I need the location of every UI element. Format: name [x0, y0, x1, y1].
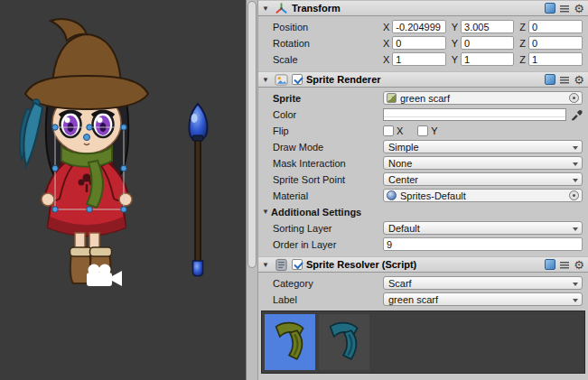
additional-settings-label: Additional Settings: [271, 207, 392, 218]
color-label: Color: [273, 109, 383, 120]
help-icon[interactable]: [545, 74, 555, 85]
material-object-value: Sprites-Default: [400, 190, 466, 201]
rotation-label: Rotation: [273, 38, 383, 49]
object-picker-icon[interactable]: [569, 190, 579, 200]
rotation-z-field[interactable]: [528, 36, 583, 50]
component-enabled-checkbox[interactable]: [292, 259, 303, 270]
preset-icon[interactable]: [559, 3, 570, 14]
sprite-label: Sprite: [273, 93, 383, 104]
script-icon: [275, 258, 288, 272]
transform-title: Transform: [292, 3, 341, 14]
axis-y-label: Y: [452, 38, 458, 49]
foldout-icon[interactable]: ▼: [262, 5, 271, 13]
axis-x-label: X: [383, 54, 389, 65]
flip-x-checkbox[interactable]: [383, 125, 394, 136]
mask-interaction-dropdown[interactable]: None: [383, 156, 583, 170]
sorting-layer-row: Sorting Layer Default: [258, 220, 588, 236]
sorting-layer-value: Default: [388, 223, 420, 234]
object-picker-icon[interactable]: [569, 93, 579, 103]
gear-icon[interactable]: ⚙: [574, 259, 584, 271]
axis-y-label: Y: [452, 22, 458, 32]
rotation-y-field[interactable]: [461, 36, 514, 50]
eyedropper-icon[interactable]: [570, 108, 583, 121]
category-row: Category Scarf: [258, 275, 588, 291]
mask-interaction-value: None: [388, 158, 412, 169]
color-row: Color: [258, 107, 588, 122]
draw-mode-value: Simple: [388, 142, 419, 153]
sprite-object-field[interactable]: green scarf: [383, 91, 583, 105]
preset-icon[interactable]: [559, 74, 570, 85]
foldout-icon[interactable]: ▼: [262, 76, 271, 84]
material-sphere-icon: [387, 190, 397, 200]
draw-mode-row: Draw Mode Simple: [258, 139, 588, 154]
sorting-layer-label: Sorting Layer: [273, 223, 383, 234]
position-row: Position X Y Z: [258, 19, 588, 34]
category-dropdown[interactable]: Scarf: [383, 276, 583, 290]
label-value: green scarf: [388, 294, 438, 305]
scrollbar-thumb[interactable]: [247, 1, 257, 268]
sprite-object-value: green scarf: [400, 93, 450, 104]
sorting-layer-dropdown[interactable]: Default: [383, 221, 583, 235]
sprite-thumbnail-icon: [387, 93, 397, 103]
sprite-renderer-title: Sprite Renderer: [306, 74, 381, 85]
scale-y-field[interactable]: [461, 52, 514, 66]
inspector-scrollbar[interactable]: [246, 0, 258, 380]
category-label: Category: [273, 278, 383, 289]
axis-x-label: X: [383, 38, 389, 49]
sprite-thumbnail-green-scarf[interactable]: [265, 314, 315, 370]
scene-view[interactable]: [0, 0, 246, 380]
material-row: Material Sprites-Default: [258, 188, 588, 203]
position-z-field[interactable]: [528, 20, 583, 33]
flip-x-label: X: [397, 125, 403, 136]
preset-icon[interactable]: [559, 259, 570, 270]
sprite-sort-point-value: Center: [388, 174, 418, 185]
help-icon[interactable]: [545, 259, 555, 270]
scale-label: Scale: [273, 54, 383, 65]
scale-row: Scale X Y Z: [258, 51, 588, 67]
position-label: Position: [273, 22, 383, 32]
gear-icon[interactable]: ⚙: [574, 74, 584, 86]
character-sprite[interactable]: [20, 19, 148, 283]
staff-sprite[interactable]: [189, 104, 207, 276]
axis-y-label: Y: [452, 54, 458, 65]
mask-interaction-row: Mask Interaction None: [258, 155, 588, 171]
teal-scarf-sprite: [322, 318, 366, 366]
mask-interaction-label: Mask Interaction: [273, 158, 383, 169]
axis-z-label: Z: [519, 54, 526, 65]
transform-header[interactable]: ▼ Transform ⚙: [258, 0, 588, 16]
color-swatch[interactable]: [383, 108, 566, 121]
axis-z-label: Z: [519, 38, 526, 49]
inspector-panel: ▼ Transform ⚙ Position X Y Z: [258, 0, 588, 380]
unity-editor-window: ▼ Transform ⚙ Position X Y Z: [0, 0, 588, 380]
category-value: Scarf: [388, 278, 412, 289]
flip-label: Flip: [273, 125, 383, 136]
sprite-renderer-header[interactable]: ▼ Sprite Renderer ⚙: [258, 71, 588, 88]
position-y-field[interactable]: [461, 20, 514, 33]
help-icon[interactable]: [545, 3, 555, 14]
material-label: Material: [273, 190, 383, 201]
position-x-field[interactable]: [392, 20, 445, 33]
sprite-sort-point-label: Sprite Sort Point: [273, 174, 383, 185]
foldout-icon[interactable]: ▼: [262, 208, 271, 216]
flip-row: Flip X Y: [258, 123, 588, 138]
scale-z-field[interactable]: [528, 52, 583, 66]
sprite-renderer-body: Sprite green scarf Color: [258, 88, 588, 256]
label-row: Label green scarf: [258, 292, 588, 307]
component-enabled-checkbox[interactable]: [292, 74, 303, 85]
flip-y-checkbox[interactable]: [417, 125, 428, 136]
label-dropdown[interactable]: green scarf: [383, 292, 583, 306]
sprite-renderer-icon: [275, 73, 288, 87]
sprite-thumbnail-teal-scarf[interactable]: [319, 314, 369, 370]
sprite-resolver-header[interactable]: ▼ Sprite Resolver (Script) ⚙: [258, 256, 588, 273]
order-in-layer-field[interactable]: [383, 237, 583, 251]
sprite-sort-point-dropdown[interactable]: Center: [383, 172, 583, 186]
additional-settings-row[interactable]: ▼ Additional Settings: [258, 204, 588, 219]
gear-icon[interactable]: ⚙: [574, 3, 584, 14]
draw-mode-dropdown[interactable]: Simple: [383, 140, 583, 153]
order-in-layer-label: Order in Layer: [273, 239, 383, 250]
foldout-icon[interactable]: ▼: [262, 261, 271, 269]
label-label: Label: [273, 294, 383, 305]
rotation-x-field[interactable]: [392, 36, 445, 50]
material-object-field[interactable]: Sprites-Default: [383, 189, 583, 202]
scale-x-field[interactable]: [392, 52, 445, 66]
